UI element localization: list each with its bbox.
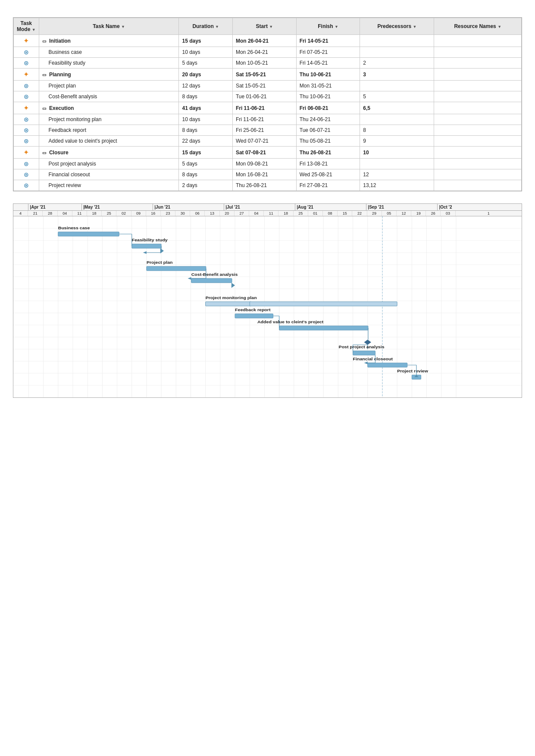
task-name-cell: Project review <box>39 180 179 191</box>
gantt-day: 20 <box>220 211 235 216</box>
collapse-icon[interactable]: ▭ <box>42 150 46 155</box>
gantt-svg: Business case Feasibility study Project … <box>13 216 522 397</box>
col-header-task-name-label: Task Name <box>93 23 119 29</box>
duration-cell: 41 days <box>179 102 232 114</box>
duration-cell: 2 days <box>179 180 232 191</box>
sort-icon-task-mode[interactable]: ▼ <box>32 28 36 32</box>
svg-text:Cost-Benefit analysis: Cost-Benefit analysis <box>191 272 238 277</box>
svg-text:Added value to cleint's projec: Added value to cleint's project <box>257 320 324 324</box>
svg-text:Project monitoring plan: Project monitoring plan <box>206 296 257 300</box>
sort-icon-resources[interactable]: ▼ <box>497 25 501 29</box>
finish-cell: Thu 10-06-21 <box>296 91 360 102</box>
table-row: ✦ ▭ Initiation 15 days Mon 26-04-21 Fri … <box>14 35 522 47</box>
task-name-label: Initiation <box>49 38 71 44</box>
gantt-day: 26 <box>426 211 441 216</box>
task-name-cell: Post project analysis <box>39 159 179 169</box>
task-icon: ⊛ <box>24 182 29 189</box>
gantt-day: 13 <box>205 211 219 216</box>
task-name-cell: Project plan <box>39 81 179 91</box>
task-icon: ⊛ <box>24 49 29 56</box>
phase-icon: ✦ <box>23 149 29 156</box>
bar-financial <box>368 363 407 367</box>
predecessors-cell: 6,5 <box>360 102 434 114</box>
col-header-duration-label: Duration <box>192 23 213 29</box>
col-header-task-name[interactable]: Task Name ▼ <box>39 18 179 35</box>
resources-cell <box>434 81 522 91</box>
task-icon: ⊛ <box>24 59 29 66</box>
finish-cell: Fri 06-08-21 <box>296 102 360 114</box>
task-mode-cell: ⊛ <box>14 169 39 180</box>
task-mode-cell: ✦ <box>14 35 39 47</box>
collapse-icon[interactable]: ▭ <box>42 106 46 111</box>
resources-cell <box>434 69 522 81</box>
finish-cell: Mon 31-05-21 <box>296 81 360 91</box>
task-mode-cell: ⊛ <box>14 159 39 169</box>
sort-icon-task-name[interactable]: ▼ <box>121 25 125 29</box>
gantt-day: 23 <box>161 211 175 216</box>
gantt-day: 29 <box>367 211 382 216</box>
resources-cell <box>434 114 522 125</box>
col-header-start[interactable]: Start ▼ <box>232 18 296 35</box>
task-icon: ⊛ <box>24 116 29 123</box>
resources-cell <box>434 47 522 58</box>
finish-cell: Tue 06-07-21 <box>296 125 360 136</box>
finish-cell: Fri 07-05-21 <box>296 47 360 58</box>
start-cell: Thu 26-08-21 <box>232 180 296 191</box>
sort-icon-start[interactable]: ▼ <box>269 25 273 29</box>
phase-icon: ✦ <box>23 71 29 78</box>
gantt-day: 06 <box>190 211 205 216</box>
bar-cost-benefit <box>191 278 232 283</box>
finish-cell: Thu 10-06-21 <box>296 69 360 81</box>
task-name-label: Planning <box>49 72 71 78</box>
duration-cell: 12 days <box>179 81 232 91</box>
col-header-predecessors[interactable]: Predecessors ▼ <box>360 18 434 35</box>
task-name-cell: Business case <box>39 47 179 58</box>
gantt-day: 30 <box>175 211 190 216</box>
start-cell: Sat 15-05-21 <box>232 69 296 81</box>
col-header-task-mode-label: TaskMode <box>17 20 32 32</box>
sort-icon-duration[interactable]: ▼ <box>215 25 219 29</box>
duration-cell: 10 days <box>179 47 232 58</box>
gantt-day: 01 <box>308 211 323 216</box>
task-name-cell: Feedback report <box>39 125 179 136</box>
col-header-start-label: Start <box>256 23 268 29</box>
table-row: ⊛ Cost-Benefit analysis 8 days Tue 01-06… <box>14 91 522 102</box>
gantt-day: 22 <box>352 211 367 216</box>
svg-text:Project plan: Project plan <box>147 260 173 265</box>
sort-icon-finish[interactable]: ▼ <box>335 25 338 29</box>
sort-icon-predecessors[interactable]: ▼ <box>413 25 416 29</box>
col-header-duration[interactable]: Duration ▼ <box>179 18 232 35</box>
collapse-icon[interactable]: ▭ <box>42 39 46 44</box>
task-icon: ⊛ <box>24 137 29 144</box>
start-cell: Tue 01-06-21 <box>232 91 296 102</box>
gantt-day: 04 <box>58 211 72 216</box>
gantt-day: 19 <box>411 211 426 216</box>
gantt-month: |Jun '21 <box>153 204 224 210</box>
svg-marker-62 <box>143 251 147 254</box>
col-header-task-mode[interactable]: TaskMode ▼ <box>14 18 39 35</box>
duration-cell: 8 days <box>179 91 232 102</box>
svg-text:Financial closeout: Financial closeout <box>353 357 393 361</box>
task-name-cell: Added value to cleint's project <box>39 136 179 147</box>
resources-cell <box>434 180 522 191</box>
svg-text:Business case: Business case <box>58 226 90 230</box>
resources-cell <box>434 169 522 180</box>
bar-monitoring-2 <box>250 302 397 306</box>
resources-cell <box>434 35 522 47</box>
finish-cell: Fri 14-05-21 <box>296 58 360 69</box>
predecessors-cell: 5 <box>360 91 434 102</box>
col-header-resources[interactable]: Resource Names ▼ <box>434 18 522 35</box>
gantt-month: |Jul '21 <box>224 204 295 210</box>
gantt-day: 1 <box>456 211 522 216</box>
gantt-day: 11 <box>72 211 87 216</box>
predecessors-cell <box>360 159 434 169</box>
gantt-days-row: 4 21 28 04 11 18 25 02 09 16 23 30 06 13… <box>13 211 522 216</box>
svg-marker-50 <box>232 283 235 288</box>
task-name-label: Closure <box>49 150 69 156</box>
bar-feedback <box>235 314 273 318</box>
duration-cell: 22 days <box>179 136 232 147</box>
collapse-icon[interactable]: ▭ <box>42 72 46 77</box>
start-cell: Mon 26-04-21 <box>232 35 296 47</box>
task-icon: ⊛ <box>24 127 29 134</box>
col-header-finish[interactable]: Finish ▼ <box>296 18 360 35</box>
